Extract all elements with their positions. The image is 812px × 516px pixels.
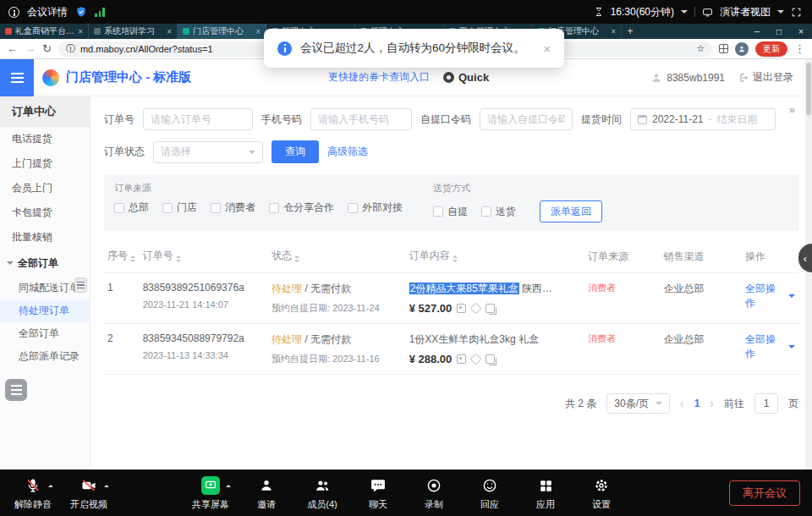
sidebar-drag-icon[interactable] [74,277,87,293]
sidebar-item-member-visit[interactable]: 会员上门 [0,176,90,200]
header-seq[interactable]: 序号 [104,241,140,273]
scrollbar-thumb[interactable] [806,63,811,115]
share-screen-button[interactable]: 共享屏幕 [189,476,232,516]
checkbox-delivery[interactable]: 送货 [481,205,516,219]
checkbox-warehouse-coop[interactable]: 仓分享合作 [269,200,334,215]
goto-page-input[interactable] [754,393,778,414]
browser-tab-active[interactable]: 门店管理中心 × [178,24,266,39]
page-size-select[interactable]: 30条/页 [606,393,670,414]
dispatch-return-button[interactable]: 派单返回 [540,200,602,222]
current-page[interactable]: 1 [694,398,700,409]
sidebar-sub-all-orders[interactable]: 全部订单 [0,322,90,345]
reaction-button[interactable]: 回应 [469,476,511,516]
query-button[interactable]: 查询 [272,140,319,163]
checkbox-store[interactable]: 门店 [162,200,197,215]
meeting-details-label[interactable]: 会议详情 [27,5,68,19]
view-mode-label[interactable]: 演讲者视图 [720,5,771,19]
members-button[interactable]: 成员(4) [301,476,343,516]
browser-tab[interactable]: 系统培训学习 × [89,24,178,39]
checkbox-icon[interactable] [114,203,124,213]
quick-entry[interactable]: Quick [443,71,489,84]
sidebar-item-batch-verify[interactable]: 批量核销 [0,225,90,250]
toast-close-icon[interactable]: × [544,41,551,56]
window-minimize-icon[interactable]: ─ [746,24,768,39]
chevron-up-icon[interactable] [48,482,53,487]
header-content[interactable]: 订单内容 [406,241,584,273]
checkbox-hq[interactable]: 总部 [114,200,149,215]
sidebar-item-door-pickup[interactable]: 上门提货 [0,151,90,176]
product-image-icon[interactable] [457,304,466,313]
chrome-update-button[interactable]: 更新 [755,41,787,57]
header-status[interactable]: 状态 [268,241,406,273]
site-info-icon[interactable]: ⓘ [66,42,75,55]
window-maximize-icon[interactable]: □ [768,24,790,39]
forward-icon[interactable]: → [25,43,36,54]
timer-dropdown-icon[interactable] [681,10,688,17]
next-page-button[interactable]: › [710,397,714,410]
tag-icon[interactable] [470,353,482,365]
checkbox-self-pickup[interactable]: 自提 [433,205,468,219]
header-order-no[interactable]: 订单号 [140,241,268,273]
tag-icon[interactable] [470,302,482,314]
phone-input[interactable] [310,108,412,130]
back-icon[interactable]: ← [7,43,18,54]
browser-tab[interactable]: 礼盒商销平台管理中心 × [0,24,89,39]
checkbox-icon[interactable] [211,203,221,213]
all-actions-dropdown[interactable]: 全部操作 [745,332,795,361]
checkbox-icon[interactable] [348,203,358,213]
prev-page-button[interactable]: ‹ [680,397,684,410]
menu-toggle-button[interactable] [0,59,34,96]
sidebar-item-card-pickup[interactable]: 卡包提货 [0,200,90,225]
reload-icon[interactable]: ↻ [42,43,52,54]
collapse-panel-icon[interactable]: » [789,103,795,116]
checkbox-external[interactable]: 外部对接 [348,200,403,215]
copy-icon[interactable] [486,304,495,313]
checkbox-icon[interactable] [269,203,279,213]
checkbox-icon[interactable] [481,206,491,217]
view-mode-dropdown-icon[interactable] [777,10,784,17]
date-range-picker[interactable]: 2022-11-21 - 结束日期 [630,108,776,130]
sort-icon[interactable] [176,253,181,265]
leave-meeting-button[interactable]: 离开会议 [729,480,800,506]
browser-profile-avatar[interactable] [735,42,749,56]
sort-icon[interactable] [294,253,299,265]
order-status-select[interactable]: 请选择 [153,141,263,163]
fullscreen-icon[interactable] [791,7,802,18]
sort-icon[interactable] [453,253,458,265]
user-menu[interactable]: 8385wb1991 [650,72,725,84]
logout-button[interactable]: 退出登录 [738,70,793,85]
sidebar-sub-hq-dispatch-records[interactable]: 总部派单记录 [0,345,90,368]
checkbox-icon[interactable] [162,203,173,213]
meeting-info-icon[interactable] [8,7,19,18]
sidebar-sub-pending-orders[interactable]: 待处理订单 [0,299,90,322]
tab-close-icon[interactable]: × [78,27,83,36]
checkbox-icon[interactable] [433,206,443,217]
advanced-filter-link[interactable]: 高级筛选 [327,145,368,159]
tab-close-icon[interactable]: × [611,27,616,36]
order-no-input[interactable] [143,108,253,130]
invite-button[interactable]: 邀请 [245,476,288,516]
checkbox-consumer[interactable]: 消费者 [211,200,255,215]
all-actions-dropdown[interactable]: 全部操作 [745,282,795,310]
start-video-button[interactable]: 开启视频 [68,476,110,511]
apps-button[interactable]: 应用 [524,476,567,516]
extensions-icon[interactable] [719,44,728,53]
tab-close-icon[interactable]: × [167,27,172,36]
meeting-timer[interactable]: 16:30(60分钟) [611,5,674,19]
sidebar-group-all-orders[interactable]: 全部订单 [0,250,90,277]
chevron-up-icon[interactable] [104,482,109,487]
pickup-code-input[interactable] [480,108,573,130]
product-image-icon[interactable] [457,354,466,364]
chat-button[interactable]: 聊天 [357,476,399,516]
bookmark-star-icon[interactable]: ☆ [696,43,705,54]
sort-icon[interactable] [130,253,135,265]
record-button[interactable]: 录制 [413,476,455,516]
unmute-button[interactable]: 解除静音 [12,476,54,511]
tab-close-icon[interactable]: × [255,27,261,36]
chevron-up-icon[interactable] [226,482,231,487]
window-close-icon[interactable]: × [790,24,812,39]
coupon-query-link[interactable]: 更快捷的券卡查询入口 [328,70,430,85]
browser-menu-icon[interactable]: ⋮ [794,43,805,54]
copy-icon[interactable] [486,354,495,364]
sidebar-item-phone-pickup[interactable]: 电话提货 [0,127,90,151]
